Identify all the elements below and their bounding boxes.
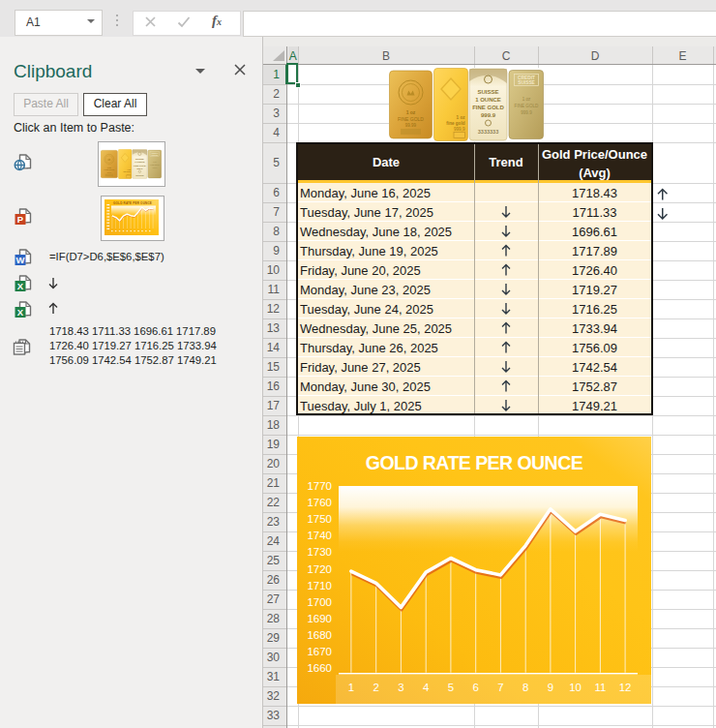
svg-text:4: 4 bbox=[423, 682, 430, 693]
svg-text:CREDIT: CREDIT bbox=[151, 152, 159, 154]
svg-text:W: W bbox=[16, 255, 25, 265]
svg-text:GOLD RATE PER OUNCE: GOLD RATE PER OUNCE bbox=[113, 201, 152, 205]
svg-text:SUISSE: SUISSE bbox=[518, 80, 535, 85]
svg-text:1 oz: 1 oz bbox=[107, 167, 111, 168]
svg-text:7: 7 bbox=[497, 682, 503, 693]
svg-text:CREDIT: CREDIT bbox=[518, 76, 535, 80]
svg-text:8: 8 bbox=[522, 682, 528, 693]
svg-text:1770: 1770 bbox=[307, 480, 332, 492]
svg-text:X: X bbox=[17, 307, 24, 318]
svg-text:1 oz: 1 oz bbox=[522, 97, 531, 102]
svg-text:1680: 1680 bbox=[307, 629, 332, 641]
svg-text:1700: 1700 bbox=[307, 596, 332, 608]
svg-text:11: 11 bbox=[594, 682, 606, 693]
svg-text:1 oz: 1 oz bbox=[127, 168, 131, 170]
svg-text:1670: 1670 bbox=[307, 646, 332, 657]
svg-text:1 OUNCE: 1 OUNCE bbox=[134, 161, 145, 164]
svg-text:3333333: 3333333 bbox=[135, 174, 144, 176]
svg-text:10: 10 bbox=[569, 682, 582, 693]
svg-text:P: P bbox=[17, 214, 24, 225]
svg-text:SUISSE: SUISSE bbox=[135, 158, 144, 161]
svg-text:FINE GOLD: FINE GOLD bbox=[134, 165, 146, 167]
svg-text:X: X bbox=[17, 281, 24, 291]
svg-text:1740: 1740 bbox=[307, 530, 332, 541]
svg-text:FINE GOLD: FINE GOLD bbox=[104, 168, 115, 170]
svg-text:999,9: 999,9 bbox=[454, 127, 465, 132]
svg-text:3: 3 bbox=[398, 682, 403, 693]
svg-text:1 OUNCE: 1 OUNCE bbox=[475, 97, 501, 103]
svg-text:fine gold: fine gold bbox=[123, 170, 130, 172]
svg-text:FINE GOLD: FINE GOLD bbox=[472, 105, 504, 110]
svg-text:1 oz: 1 oz bbox=[406, 109, 416, 115]
svg-text:1730: 1730 bbox=[307, 546, 332, 558]
svg-text:1720: 1720 bbox=[307, 563, 332, 575]
svg-text:2: 2 bbox=[373, 682, 378, 693]
svg-text:FINE GOLD: FINE GOLD bbox=[150, 164, 160, 166]
svg-text:12: 12 bbox=[619, 682, 632, 693]
svg-text:1: 1 bbox=[348, 682, 354, 693]
svg-text:1760: 1760 bbox=[307, 497, 332, 508]
svg-text:999.9: 999.9 bbox=[136, 167, 143, 170]
svg-text:SUISSE: SUISSE bbox=[477, 89, 498, 95]
svg-text:6: 6 bbox=[472, 682, 478, 693]
svg-text:99.99: 99.99 bbox=[405, 123, 417, 128]
svg-text:1 oz: 1 oz bbox=[457, 115, 466, 120]
svg-text:FINE GOLD: FINE GOLD bbox=[398, 116, 424, 122]
svg-text:FINE GOLD: FINE GOLD bbox=[515, 104, 539, 108]
svg-text:999.9: 999.9 bbox=[481, 112, 496, 118]
svg-text:999.9: 999.9 bbox=[153, 167, 157, 168]
svg-text:GOLD RATE PER OUNCE: GOLD RATE PER OUNCE bbox=[366, 452, 583, 473]
svg-text:3333333: 3333333 bbox=[478, 129, 498, 135]
svg-text:1 oz: 1 oz bbox=[153, 161, 156, 163]
svg-text:1710: 1710 bbox=[307, 580, 332, 592]
svg-text:5: 5 bbox=[448, 682, 454, 693]
svg-text:1690: 1690 bbox=[307, 613, 332, 624]
svg-text:fine gold: fine gold bbox=[446, 121, 464, 126]
svg-text:9: 9 bbox=[548, 682, 553, 693]
svg-text:999.9: 999.9 bbox=[521, 110, 532, 115]
svg-text:99.99: 99.99 bbox=[107, 171, 111, 173]
svg-text:1750: 1750 bbox=[307, 513, 332, 525]
svg-text:1660: 1660 bbox=[307, 662, 332, 674]
svg-text:SUISSE: SUISSE bbox=[151, 154, 159, 156]
